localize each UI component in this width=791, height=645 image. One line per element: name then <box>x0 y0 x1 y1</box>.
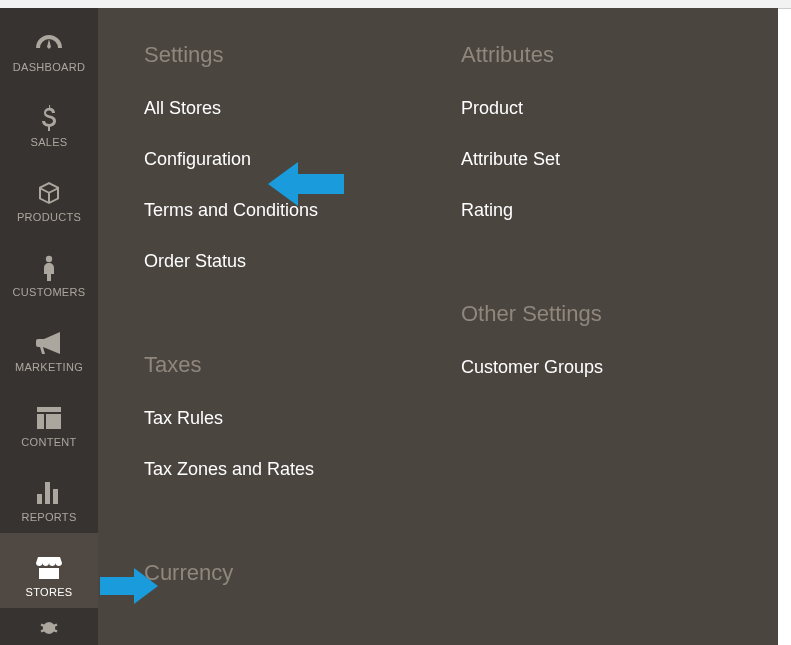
section-heading-taxes: Taxes <box>144 352 461 378</box>
nav-customers[interactable]: CUSTOMERS <box>0 233 98 308</box>
cube-icon <box>37 177 61 209</box>
layout-icon <box>37 402 61 434</box>
nav-label: SALES <box>31 136 68 148</box>
nav-label: CONTENT <box>21 436 76 448</box>
link-customer-groups[interactable]: Customer Groups <box>461 357 778 378</box>
annotation-arrow-configuration <box>268 162 344 206</box>
stores-flyout: Settings All Stores Configuration Terms … <box>98 8 778 645</box>
nav-sales[interactable]: SALES <box>0 83 98 158</box>
link-order-status[interactable]: Order Status <box>144 251 461 272</box>
gear-icon <box>39 618 59 638</box>
section-heading-currency: Currency <box>144 560 461 586</box>
link-tax-rules[interactable]: Tax Rules <box>144 408 461 429</box>
annotation-arrow-stores <box>100 568 158 604</box>
link-attribute-set[interactable]: Attribute Set <box>461 149 778 170</box>
nav-marketing[interactable]: MARKETING <box>0 308 98 383</box>
link-rating[interactable]: Rating <box>461 200 778 221</box>
nav-dashboard[interactable]: DASHBOARD <box>0 8 98 83</box>
admin-sidebar: DASHBOARD SALES PRODUCTS CUSTOMERS MARKE <box>0 8 98 645</box>
gauge-icon <box>34 27 64 59</box>
dollar-icon <box>42 102 56 134</box>
flyout-column-1: Settings All Stores Configuration Terms … <box>144 42 461 616</box>
link-all-stores[interactable]: All Stores <box>144 98 461 119</box>
bars-icon <box>37 477 61 509</box>
section-heading-other-settings: Other Settings <box>461 301 778 327</box>
nav-label: CUSTOMERS <box>13 286 86 298</box>
nav-label: MARKETING <box>15 361 83 373</box>
person-icon <box>42 252 56 284</box>
svg-point-0 <box>46 256 52 262</box>
nav-label: PRODUCTS <box>17 211 81 223</box>
nav-label: STORES <box>26 586 73 598</box>
bullhorn-icon <box>36 327 62 359</box>
nav-more[interactable] <box>0 608 98 645</box>
app-frame: DASHBOARD SALES PRODUCTS CUSTOMERS MARKE <box>0 0 791 645</box>
nav-stores[interactable]: STORES <box>0 533 98 608</box>
flyout-column-2: Attributes Product Attribute Set Rating … <box>461 42 778 616</box>
nav-products[interactable]: PRODUCTS <box>0 158 98 233</box>
section-heading-attributes: Attributes <box>461 42 778 68</box>
nav-label: DASHBOARD <box>13 61 85 73</box>
nav-content[interactable]: CONTENT <box>0 383 98 458</box>
link-product[interactable]: Product <box>461 98 778 119</box>
link-tax-zones-and-rates[interactable]: Tax Zones and Rates <box>144 459 461 480</box>
section-heading-settings: Settings <box>144 42 461 68</box>
nav-reports[interactable]: REPORTS <box>0 458 98 533</box>
storefront-icon <box>36 552 62 584</box>
nav-label: REPORTS <box>21 511 76 523</box>
